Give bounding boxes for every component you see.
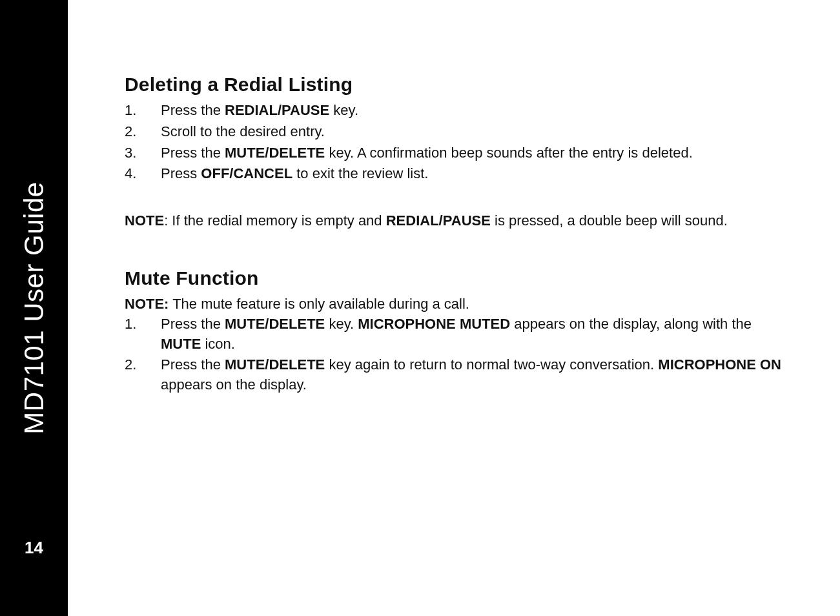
text: is pressed, a double beep will sound. <box>491 212 728 229</box>
step-text: Press the MUTE/DELETE key. A confirmatio… <box>161 143 782 163</box>
text: key. <box>325 316 358 332</box>
step-number: 2. <box>125 122 161 142</box>
key-name: REDIAL/PAUSE <box>386 212 491 229</box>
key-name: REDIAL/PAUSE <box>225 102 329 118</box>
step-text: Press OFF/CANCEL to exit the review list… <box>161 164 782 184</box>
key-name: MUTE/DELETE <box>225 316 325 332</box>
list-item: 2. Scroll to the desired entry. <box>125 122 782 142</box>
text: Press the <box>161 102 225 118</box>
page: MD7101 User Guide 14 Deleting a Redial L… <box>0 0 840 616</box>
note-label: NOTE <box>125 212 164 229</box>
list-item: 2. Press the MUTE/DELETE key again to re… <box>125 355 782 395</box>
heading-deleting-redial: Deleting a Redial Listing <box>125 71 782 98</box>
step-text: Press the REDIAL/PAUSE key. <box>161 101 782 121</box>
heading-mute-function: Mute Function <box>125 265 782 292</box>
step-text: Press the MUTE/DELETE key again to retur… <box>161 355 782 395</box>
list-item: 4. Press OFF/CANCEL to exit the review l… <box>125 164 782 184</box>
note-paragraph: NOTE: The mute feature is only available… <box>125 294 782 314</box>
step-number: 3. <box>125 143 161 163</box>
note-paragraph: NOTE: If the redial memory is empty and … <box>125 211 782 231</box>
text: The mute feature is only available durin… <box>169 296 469 312</box>
display-text: MICROPHONE MUTED <box>358 316 510 332</box>
text: icon. <box>201 336 235 352</box>
note-label: NOTE: <box>125 296 169 312</box>
text: to exit the review list. <box>292 165 428 181</box>
step-text: Scroll to the desired entry. <box>161 122 782 142</box>
step-number: 1. <box>125 101 161 121</box>
key-name: MUTE/DELETE <box>225 356 325 373</box>
key-name: MUTE/DELETE <box>225 145 325 161</box>
list-item: 3. Press the MUTE/DELETE key. A confirma… <box>125 143 782 163</box>
text: Press the <box>161 316 225 332</box>
step-number: 1. <box>125 314 161 354</box>
page-number: 14 <box>0 538 68 558</box>
key-name: OFF/CANCEL <box>201 165 292 181</box>
step-number: 2. <box>125 355 161 395</box>
text: Scroll to the desired entry. <box>161 123 325 139</box>
text: Press <box>161 165 201 181</box>
text: appears on the display, along with the <box>510 316 752 332</box>
text: key again to return to normal two-way co… <box>325 356 658 373</box>
icon-name: MUTE <box>161 336 201 352</box>
text: Press the <box>161 356 225 373</box>
text: : If the redial memory is empty and <box>164 212 386 229</box>
document-title: MD7101 User Guide <box>19 181 50 434</box>
text: appears on the display. <box>161 376 307 393</box>
list-item: 1. Press the REDIAL/PAUSE key. <box>125 101 782 121</box>
steps-mute-function: 1. Press the MUTE/DELETE key. MICROPHONE… <box>125 314 782 395</box>
text: key. A confirmation beep sounds after th… <box>325 145 693 161</box>
text: Press the <box>161 145 225 161</box>
list-item: 1. Press the MUTE/DELETE key. MICROPHONE… <box>125 314 782 354</box>
display-text: MICROPHONE ON <box>658 356 781 373</box>
main-content: Deleting a Redial Listing 1. Press the R… <box>68 0 840 616</box>
text: key. <box>329 102 358 118</box>
sidebar: MD7101 User Guide 14 <box>0 0 68 616</box>
step-number: 4. <box>125 164 161 184</box>
steps-deleting-redial: 1. Press the REDIAL/PAUSE key. 2. Scroll… <box>125 101 782 184</box>
step-text: Press the MUTE/DELETE key. MICROPHONE MU… <box>161 314 782 354</box>
